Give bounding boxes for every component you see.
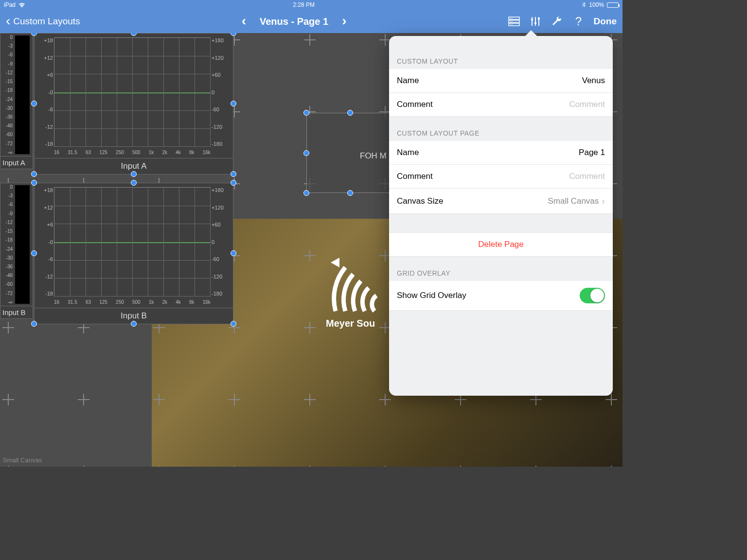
row-label: Canvas Size	[397, 196, 443, 206]
row-label: Name	[397, 148, 419, 158]
svg-point-3	[511, 18, 512, 19]
eq-left-axis: +18+12+6-0-6-12-18	[39, 37, 53, 147]
back-label: Custom Layouts	[13, 16, 80, 27]
meyer-logo-icon	[331, 258, 389, 306]
row-placeholder: Comment	[569, 100, 605, 109]
page-comment-row[interactable]: Comment Comment	[389, 165, 613, 189]
svg-marker-15	[331, 258, 339, 267]
chevron-right-icon: ›	[602, 195, 605, 207]
meter-widget-a[interactable]: 0-3-6-9-12-15-18-24-30-36-48-60-72-∞ Inp…	[0, 33, 33, 169]
selection-handle[interactable]	[303, 190, 309, 196]
chevron-left-icon: ‹	[6, 14, 10, 28]
canvas-size-row[interactable]: Canvas Size Small Canvas ›	[389, 189, 613, 214]
grid-overlay-row: Show Grid Overlay	[389, 281, 613, 311]
device-label: iPad	[4, 1, 16, 8]
foh-label: FOH M	[360, 151, 387, 161]
row-label: Show Grid Overlay	[397, 291, 466, 300]
row-value: Venus	[582, 76, 605, 86]
page-title: Venus - Page 1	[260, 16, 328, 27]
selection-handle[interactable]	[131, 180, 137, 186]
row-label: Comment	[397, 172, 433, 181]
eq-right-axis: +180+120+600-60-120-180	[212, 37, 228, 147]
nav-bar: ‹ Custom Layouts ‹ Venus - Page 1 › ? Do…	[0, 10, 622, 33]
wifi-icon	[18, 2, 25, 8]
page-name-row[interactable]: Name Page 1	[389, 141, 613, 165]
selection-handle[interactable]	[231, 171, 236, 177]
selection-handle[interactable]	[31, 180, 37, 186]
canvas-size-label: Small Canvas	[3, 456, 42, 464]
row-placeholder: Comment	[569, 172, 605, 181]
eq-x-axis: 1631.5631252505001k2k4k8k16k	[35, 149, 233, 158]
section-header-grid: GRID OVERLAY	[389, 257, 613, 281]
section-header-layout: CUSTOM LAYOUT	[389, 36, 613, 69]
eq-x-axis: 1631.5631252505001k2k4k8k16k	[35, 298, 233, 308]
sliders-icon[interactable]	[529, 15, 542, 28]
status-bar: iPad 2:28 PM 100%	[0, 0, 622, 10]
svg-point-4	[512, 18, 513, 19]
meter-track	[15, 35, 30, 154]
svg-point-8	[512, 24, 513, 25]
selection-handle[interactable]	[131, 321, 137, 327]
settings-popover: CUSTOM LAYOUT Name Venus Comment Comment…	[389, 36, 613, 396]
selection-handle[interactable]	[31, 171, 37, 177]
wrench-icon[interactable]	[551, 15, 563, 28]
back-button[interactable]: ‹ Custom Layouts	[6, 15, 80, 28]
meter-label: Input B	[0, 306, 33, 318]
selection-handle[interactable]	[231, 250, 236, 256]
section-header-page: CUSTOM LAYOUT PAGE	[389, 117, 613, 141]
help-button[interactable]: ?	[572, 15, 585, 28]
meter-scale: 0-3-6-9-12-15-18-24-30-36-48-60-72-∞	[0, 34, 14, 156]
prev-page-button[interactable]: ‹	[242, 14, 246, 28]
grid-overlay-switch[interactable]	[580, 288, 605, 303]
delete-page-button[interactable]: Delete Page	[389, 232, 613, 257]
svg-point-6	[512, 21, 513, 22]
selection-handle[interactable]	[303, 110, 309, 116]
layout-name-row[interactable]: Name Venus	[389, 69, 613, 93]
clock: 2:28 PM	[293, 1, 315, 8]
svg-rect-14	[538, 18, 540, 19]
row-value: Page 1	[579, 148, 605, 158]
next-page-button[interactable]: ›	[342, 14, 346, 28]
row-label: Name	[397, 76, 419, 86]
selection-handle[interactable]	[31, 101, 37, 106]
eq-plot	[54, 187, 211, 297]
svg-rect-12	[531, 19, 533, 20]
svg-point-5	[511, 21, 512, 22]
battery-percent: 100%	[589, 1, 604, 8]
svg-point-7	[511, 24, 512, 25]
battery-icon	[607, 2, 619, 8]
meter-widget-b[interactable]: 0-3-6-9-12-15-18-24-30-36-48-60-72-∞ Inp…	[0, 183, 33, 319]
selection-handle[interactable]	[231, 180, 236, 186]
selection-handle[interactable]	[231, 321, 236, 327]
eq-widget-a[interactable]: +18+12+6-0-6-12-18 +180+120+600-60-120-1…	[34, 33, 233, 175]
bluetooth-icon	[582, 2, 586, 8]
svg-rect-13	[534, 22, 536, 24]
done-button[interactable]: Done	[593, 16, 617, 27]
selection-handle[interactable]	[303, 150, 309, 156]
popover-arrow-icon	[524, 30, 538, 37]
layout-comment-row[interactable]: Comment Comment	[389, 93, 613, 117]
selection-handle[interactable]	[31, 250, 37, 256]
meter-label: Input A	[0, 156, 33, 169]
row-label: Comment	[397, 100, 433, 109]
row-value: Small Canvas	[548, 196, 599, 206]
meter-scale: 0-3-6-9-12-15-18-24-30-36-48-60-72-∞	[0, 183, 14, 306]
meter-track	[15, 185, 30, 304]
eq-left-axis: +18+12+6-0-6-12-18	[39, 187, 53, 297]
selection-handle[interactable]	[231, 101, 236, 106]
rack-icon[interactable]	[508, 15, 520, 28]
selection-handle[interactable]	[347, 190, 353, 196]
selection-handle[interactable]	[31, 321, 37, 327]
eq-right-axis: +180+120+600-60-120-180	[212, 187, 228, 297]
eq-plot	[54, 37, 211, 147]
selection-handle[interactable]	[347, 110, 353, 116]
meyer-sound-label: Meyer Sou	[326, 318, 375, 329]
eq-widget-b[interactable]: +18+12+6-0-6-12-18 +180+120+600-60-120-1…	[34, 183, 233, 324]
selection-handle[interactable]	[131, 171, 137, 177]
